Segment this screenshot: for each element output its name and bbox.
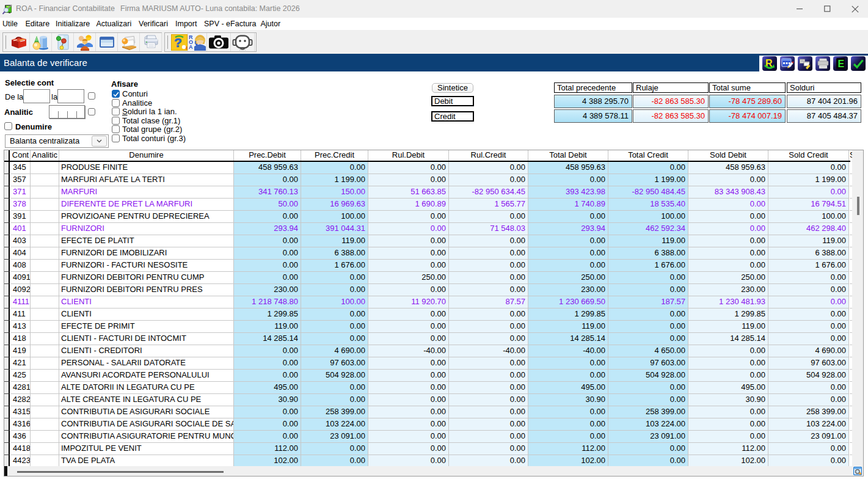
grid-row-345[interactable]: 345PRODUSE FINITE458 959.630.000.000.004… [4, 162, 855, 174]
grid-column-header-sold-credit[interactable]: Sold Credit [768, 150, 849, 161]
grid-row-419[interactable]: 419CLIENTI - CREDITORI0.004 690.00-40.00… [4, 345, 855, 357]
grid-row-371[interactable]: 371MARFURI341 760.13150.0051 663.85-82 9… [4, 186, 855, 199]
row-selector[interactable] [4, 186, 10, 199]
grid-row-408[interactable]: 408FURNIZORI - FACTURI NESOSITE0.001 676… [4, 260, 855, 272]
grid-row-378[interactable]: 378DIFERENTE DE PRET LA MARFURI50.0016 9… [4, 199, 855, 211]
row-selector[interactable] [4, 235, 10, 247]
grid-column-header-prec-credit[interactable]: Prec.Credit [301, 150, 368, 161]
grid-cell: 0.00 [608, 455, 688, 466]
grid-column-header-total-credit[interactable]: Total Credit [608, 150, 688, 161]
grid-cell [31, 199, 59, 211]
grid-cell: AVANSURI ACORDATE PERSONALULUI [59, 370, 234, 382]
row-selector[interactable] [4, 284, 10, 296]
row-selector[interactable] [4, 223, 10, 235]
grid-row-418[interactable]: 418CLIENTI - FACTURI DE INTOCMIT14 285.1… [4, 333, 855, 345]
row-selector[interactable] [4, 321, 10, 333]
grid-column-header-rul-debit[interactable]: Rul.Debit [368, 150, 449, 161]
horizontal-scrollbar[interactable] [4, 466, 863, 476]
grid-column-header-denumire[interactable]: Denumire [59, 150, 234, 161]
row-selector[interactable] [4, 333, 10, 345]
grid-cell: 103 224.00 [301, 418, 368, 431]
row-selector[interactable] [4, 418, 10, 431]
row-selector[interactable] [4, 199, 10, 211]
balanta-dropdown[interactable]: Balanta centralizata [5, 134, 109, 148]
grid-column-header-cont[interactable]: Cont [11, 150, 31, 161]
row-selector[interactable] [4, 272, 10, 284]
checkbox[interactable] [112, 134, 120, 142]
analitic-input[interactable] [49, 105, 85, 119]
row-selector[interactable] [4, 309, 10, 321]
cont-to-input[interactable] [57, 89, 84, 103]
grid-cell: 250.00 [528, 272, 608, 284]
grid-cell: 23 091.00 [301, 431, 368, 443]
row-selector[interactable] [4, 174, 10, 186]
grid-row-4282[interactable]: 4282ALTE CREANTE IN LEGATURA CU PE30.900… [4, 394, 855, 406]
balanta-dropdown-button[interactable] [92, 136, 107, 147]
grid-row-425[interactable]: 425AVANSURI ACORDATE PERSONALULUI0.00504… [4, 370, 855, 382]
row-selector[interactable] [4, 247, 10, 260]
row-selector[interactable] [4, 394, 10, 406]
row-selector[interactable] [4, 431, 10, 443]
grid-column-header-total-debit[interactable]: Total Debit [528, 150, 608, 161]
cont-from-input[interactable] [23, 89, 50, 103]
grid-row-403[interactable]: 403EFECTE DE PLATIT0.00119.000.000.000.0… [4, 235, 855, 247]
row-selector[interactable] [4, 296, 10, 309]
grid-column-header-prec-debit[interactable]: Prec.Debit [234, 150, 301, 161]
grid-row-4315[interactable]: 4315CONTRIBUTIA DE ASIGURARI SOCIALE0.00… [4, 406, 855, 418]
grid-column-header-sold-debit[interactable]: Sold Debit [688, 150, 768, 161]
checkbox[interactable] [112, 117, 120, 125]
row-selector[interactable] [4, 260, 10, 272]
checkbox[interactable] [112, 125, 120, 133]
grid-row-391[interactable]: 391PROVIZIOANE PENTRU DEPRECIEREA0.00100… [4, 211, 855, 223]
grid-row-401[interactable]: 401FURNIZORI293.94391 044.310.0071 548.0… [4, 223, 855, 235]
row-selector[interactable] [4, 162, 10, 174]
vertical-scrollbar[interactable] [852, 150, 863, 476]
denumire-checkbox[interactable] [4, 122, 12, 130]
zoom-grid-icon[interactable] [853, 467, 862, 475]
grid-row-357[interactable]: 357MARFURI AFLATE LA TERTI0.001 199.000.… [4, 174, 855, 186]
grid-cell: 100.00 [608, 211, 688, 223]
grid-cell: 103 224.00 [768, 418, 849, 431]
grid-cell: 0.00 [688, 247, 768, 260]
grid-column-header-analitic[interactable]: Analitic [31, 150, 59, 161]
grid-cell: 4 690.00 [768, 345, 849, 357]
grid-row-436[interactable]: 436CONTRIBUTIA ASIGURATORIE PENTRU MUNC0… [4, 431, 855, 443]
analitic-checkbox[interactable] [88, 108, 95, 115]
grid-row-4418[interactable]: 4418IMPOZITUL PE VENIT112.000.000.000.00… [4, 443, 855, 455]
grid-cell: 411 [11, 309, 31, 321]
grid-row-421[interactable]: 421PERSONAL - SALARII DATORATE0.0097 603… [4, 357, 855, 370]
grid-row-4092[interactable]: 4092FURNIZORI DEBITORI PENTRU PRES230.00… [4, 284, 855, 296]
grid-row-4423[interactable]: 4423TVA DE PLATA102.000.000.000.00102.00… [4, 455, 855, 466]
horizontal-scrollbar-thumb[interactable] [17, 471, 224, 473]
grid-cell: 0.00 [368, 382, 449, 394]
grid-cell: 0.00 [301, 455, 368, 466]
sintetice-button[interactable]: Sintetice [432, 83, 473, 93]
grid-cell: 0.00 [449, 431, 528, 443]
grid-column-header-rul-credit[interactable]: Rul.Credit [449, 150, 528, 161]
row-selector[interactable] [4, 370, 10, 382]
row-selector[interactable] [4, 443, 10, 455]
checkbox[interactable] [112, 99, 120, 107]
grid-cell: 258 399.00 [301, 406, 368, 418]
grid-row-4091[interactable]: 4091FURNIZORI DEBITORI PENTRU CUMP0.000.… [4, 272, 855, 284]
grid-row-4316[interactable]: 4316CONTRIBUTIA DE ASIGURARI SOCIALE DE … [4, 418, 855, 431]
row-selector[interactable] [4, 211, 10, 223]
cont-range-checkbox[interactable] [88, 92, 95, 100]
row-selector[interactable] [4, 406, 10, 418]
row-selector[interactable] [4, 357, 10, 370]
row-selector[interactable] [4, 345, 10, 357]
checkbox[interactable] [112, 90, 120, 98]
grid-cell: 0.00 [688, 431, 768, 443]
grid-cell: 0.00 [608, 321, 688, 333]
grid-row-4111[interactable]: 4111CLIENTI1 218 748.80100.0011 920.7087… [4, 296, 855, 309]
row-selector[interactable] [4, 455, 10, 466]
grid-row-404[interactable]: 404FURNIZORI DE IMOBILIZARI0.006 388.000… [4, 247, 855, 260]
totals-debit-value: -82 863 585.30 [633, 95, 709, 108]
row-selector[interactable] [4, 382, 10, 394]
grid-cell: 0.00 [449, 260, 528, 272]
vertical-scrollbar-thumb[interactable] [857, 197, 859, 215]
grid-row-413[interactable]: 413EFECTE DE PRIMIT119.000.000.000.00119… [4, 321, 855, 333]
grid-row-4281[interactable]: 4281ALTE DATORII IN LEGATURA CU PE495.00… [4, 382, 855, 394]
checkbox[interactable] [112, 108, 120, 115]
grid-row-411[interactable]: 411CLIENTI1 299.850.000.000.001 299.850.… [4, 309, 855, 321]
